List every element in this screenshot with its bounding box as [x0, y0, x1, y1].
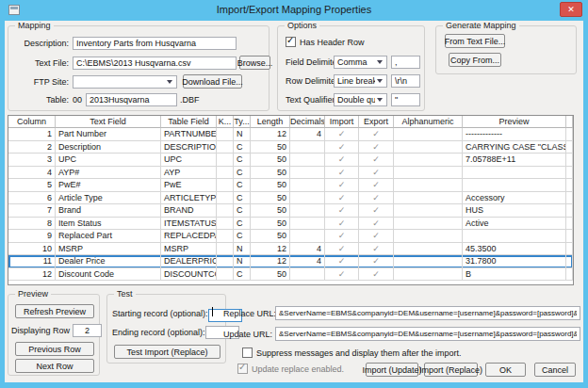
- col-header-table-field[interactable]: Table Field: [161, 116, 217, 128]
- col-header-alphanumeric[interactable]: Alphanumeric: [394, 116, 463, 128]
- download-file-button[interactable]: Download File...: [183, 74, 242, 89]
- cell-import[interactable]: ✓: [325, 179, 359, 192]
- cell-import[interactable]: ✓: [325, 243, 359, 256]
- cell-preview[interactable]: -------------: [463, 128, 566, 141]
- cell-ty[interactable]: C: [234, 218, 251, 231]
- col-header-import[interactable]: Import: [325, 116, 359, 128]
- cell-preview[interactable]: HUS: [463, 204, 566, 218]
- cell-text-field[interactable]: Description: [56, 141, 161, 154]
- cell-length[interactable]: 50: [251, 167, 290, 180]
- col-header-key[interactable]: K...: [217, 116, 234, 128]
- field-delimiter-select[interactable]: Comma: [334, 56, 387, 69]
- cell-import[interactable]: ✓: [325, 204, 359, 218]
- cell-ty[interactable]: N: [234, 243, 251, 256]
- cancel-button[interactable]: Cancel: [534, 363, 576, 377]
- cell-text-field[interactable]: UPC: [56, 154, 161, 167]
- cell-import[interactable]: ✓: [325, 255, 359, 268]
- cell-decimals[interactable]: [290, 230, 325, 243]
- from-text-file-button[interactable]: From Text File...: [445, 34, 505, 48]
- cell-column[interactable]: 7: [8, 204, 56, 218]
- cell-column[interactable]: 9: [8, 230, 56, 243]
- cell-decimals[interactable]: [290, 154, 325, 167]
- cell-export[interactable]: ✓: [359, 141, 394, 154]
- cell-import[interactable]: ✓: [325, 154, 359, 167]
- row-delimiter-select[interactable]: Line break: [334, 74, 387, 88]
- col-header-type[interactable]: Ty...: [234, 116, 251, 128]
- cell-export[interactable]: ✓: [359, 230, 394, 243]
- table-row[interactable]: 2DescriptionDESCRIPTIOC50✓✓CARRYING CASE…: [8, 141, 573, 154]
- ftp-site-select[interactable]: [73, 75, 177, 89]
- cell-text-field[interactable]: PwE#: [56, 179, 161, 192]
- cell-ty[interactable]: C: [234, 268, 251, 282]
- col-header-preview[interactable]: Preview: [463, 116, 566, 128]
- cell-preview[interactable]: [463, 230, 566, 243]
- cell-k[interactable]: [217, 154, 234, 167]
- cell-k[interactable]: [217, 230, 234, 243]
- cell-text-field[interactable]: Item Status: [56, 218, 161, 231]
- table-row[interactable]: 4AYP#AYPC50✓✓: [8, 167, 573, 180]
- cell-k[interactable]: [217, 179, 234, 192]
- cell-decimals[interactable]: 4: [290, 128, 325, 141]
- cell-text-field[interactable]: Brand: [56, 204, 161, 218]
- cell-decimals[interactable]: [290, 179, 325, 192]
- cell-preview[interactable]: Accessory: [463, 192, 566, 205]
- cell-decimals[interactable]: [290, 141, 325, 154]
- cell-import[interactable]: ✓: [325, 141, 359, 154]
- text-qualifier-char-input[interactable]: [391, 93, 420, 106]
- cell-table-field[interactable]: DEALERPRIC: [161, 255, 217, 268]
- cell-text-field[interactable]: Part Number: [56, 128, 161, 141]
- table-name-input[interactable]: [86, 93, 177, 106]
- table-row[interactable]: 1Part NumberPARTNUMBERN124✓✓------------…: [8, 128, 573, 141]
- cell-k[interactable]: [217, 128, 234, 141]
- cell-preview[interactable]: [463, 179, 566, 192]
- cell-column[interactable]: 1: [8, 128, 56, 141]
- suppress-messages-checkbox[interactable]: [242, 348, 253, 358]
- cell-alphanumeric[interactable]: [394, 167, 463, 180]
- cell-preview[interactable]: 31.7800: [463, 255, 566, 268]
- next-row-button[interactable]: Next Row: [15, 359, 94, 373]
- cell-column[interactable]: 2: [8, 141, 56, 154]
- previous-row-button[interactable]: Previous Row: [15, 342, 94, 356]
- cell-ty[interactable]: N: [234, 128, 251, 141]
- cell-import[interactable]: ✓: [325, 128, 359, 141]
- cell-column[interactable]: 5: [8, 179, 56, 192]
- cell-text-field[interactable]: Replaced Part: [56, 230, 161, 243]
- cell-column[interactable]: 3: [8, 154, 56, 167]
- cell-preview[interactable]: B: [463, 268, 566, 282]
- browse-button[interactable]: Browse...: [239, 56, 270, 70]
- copy-from-button[interactable]: Copy From...: [449, 53, 501, 67]
- cell-text-field[interactable]: MSRP: [56, 243, 161, 256]
- cell-preview[interactable]: 45.3500: [463, 243, 566, 256]
- replace-url-input[interactable]: [275, 306, 580, 320]
- cell-alphanumeric[interactable]: [394, 204, 463, 218]
- description-input[interactable]: [73, 37, 237, 50]
- cell-ty[interactable]: N: [234, 255, 251, 268]
- cell-k[interactable]: [217, 218, 234, 231]
- table-row[interactable]: 10MSRPMSRPN124✓✓45.3500: [8, 243, 573, 256]
- cell-decimals[interactable]: 4: [290, 255, 325, 268]
- table-row[interactable]: 7BrandBRANDC50✓✓HUS: [8, 204, 573, 218]
- cell-table-field[interactable]: PwE: [161, 179, 217, 192]
- table-row[interactable]: 12Discount CodeDISCOUNTCOC50✓✓B: [8, 268, 573, 282]
- cell-table-field[interactable]: REPLACEDPA: [161, 230, 217, 243]
- cell-text-field[interactable]: Article Type: [56, 192, 161, 205]
- cell-column[interactable]: 6: [8, 192, 56, 205]
- cell-length[interactable]: 50: [251, 230, 290, 243]
- cell-text-field[interactable]: AYP#: [56, 167, 161, 180]
- cell-export[interactable]: ✓: [359, 154, 394, 167]
- cell-decimals[interactable]: [290, 218, 325, 231]
- table-row[interactable]: 11Dealer PriceDEALERPRICN124✓✓31.7800: [8, 255, 573, 268]
- close-button[interactable]: ✕: [560, 2, 582, 17]
- update-replace-enabled-checkbox[interactable]: ✓: [237, 364, 248, 374]
- cell-column[interactable]: 11: [8, 255, 56, 268]
- cell-column[interactable]: 8: [8, 218, 56, 231]
- cell-decimals[interactable]: [290, 167, 325, 180]
- cell-export[interactable]: ✓: [359, 204, 394, 218]
- cell-length[interactable]: 50: [251, 154, 290, 167]
- cell-k[interactable]: [217, 141, 234, 154]
- col-header-column[interactable]: Column: [8, 116, 56, 128]
- cell-ty[interactable]: C: [234, 167, 251, 180]
- cell-table-field[interactable]: ARTICLETYP: [161, 192, 217, 205]
- test-import-replace-button[interactable]: Test Import (Replace): [114, 345, 220, 359]
- cell-k[interactable]: [217, 167, 234, 180]
